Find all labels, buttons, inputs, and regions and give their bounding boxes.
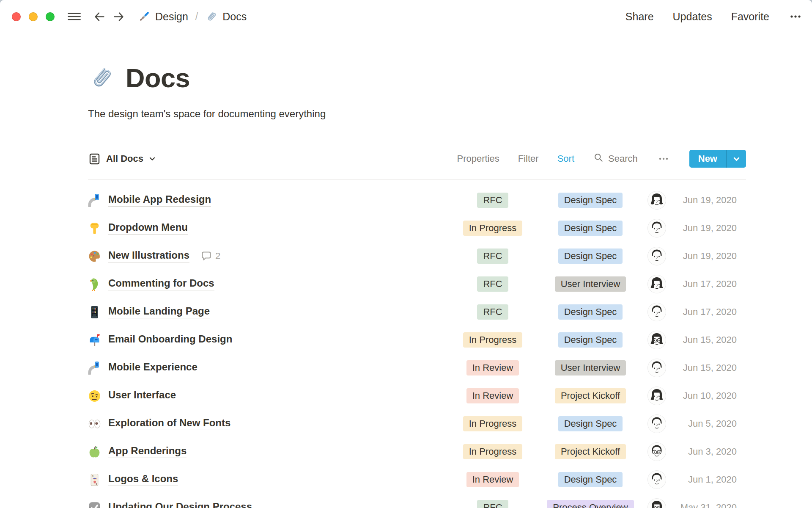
category-badge[interactable]: Design Spec xyxy=(558,332,623,348)
category-badge[interactable]: Design Spec xyxy=(558,248,623,264)
new-dropdown-button[interactable] xyxy=(726,150,746,168)
doc-title-link[interactable]: Updating Our Design Process xyxy=(108,501,252,508)
status-badge[interactable]: RFC xyxy=(477,500,508,508)
comment-count[interactable]: 2 xyxy=(201,251,220,262)
table-row: Commenting for DocsRFCUser InterviewJun … xyxy=(88,270,746,298)
hamburger-icon[interactable] xyxy=(67,10,81,23)
edited-date: Jun 19, 2020 xyxy=(666,223,746,234)
window-controls xyxy=(12,12,55,21)
new-button[interactable]: New xyxy=(689,150,726,168)
edited-date: Jun 19, 2020 xyxy=(666,195,746,206)
page-title: Docs xyxy=(126,63,190,93)
category-badge[interactable]: Process Overview xyxy=(547,500,634,508)
table-row: Email Onboarding DesignIn ProgressDesign… xyxy=(88,326,746,354)
doc-title-link[interactable]: New Illustrations xyxy=(108,250,189,263)
status-badge[interactable]: In Progress xyxy=(463,221,523,236)
doc-title-link[interactable]: Logos & Icons xyxy=(108,473,178,486)
share-button[interactable]: Share xyxy=(625,11,654,23)
category-badge[interactable]: Design Spec xyxy=(558,304,623,320)
edited-date: Jun 5, 2020 xyxy=(666,418,746,429)
edited-date: Jun 15, 2020 xyxy=(666,334,746,345)
page-paperclip-icon[interactable] xyxy=(88,64,115,91)
forward-arrow-icon[interactable] xyxy=(112,10,125,23)
avatar xyxy=(648,471,666,489)
category-badge[interactable]: Project Kickoff xyxy=(555,388,626,403)
search-button[interactable]: Search xyxy=(593,152,638,166)
raised-eyebrow-face-icon xyxy=(88,389,101,403)
search-icon xyxy=(593,152,604,166)
updates-button[interactable]: Updates xyxy=(673,11,712,23)
doc-title-link[interactable]: User Interface xyxy=(108,389,176,403)
status-badge[interactable]: In Progress xyxy=(463,332,523,348)
doc-title-link[interactable]: Commenting for Docs xyxy=(108,278,214,291)
green-apple-icon xyxy=(88,445,101,458)
page-subtitle: The design team's space for documenting … xyxy=(88,108,746,120)
doc-title-link[interactable]: App Renderings xyxy=(108,445,187,458)
status-badge[interactable]: In Review xyxy=(466,388,519,403)
table-row: Dropdown MenuIn ProgressDesign SpecJun 1… xyxy=(88,214,746,242)
category-badge[interactable]: Project Kickoff xyxy=(555,444,626,459)
avatar xyxy=(648,191,666,209)
status-badge[interactable]: RFC xyxy=(477,304,508,320)
status-badge[interactable]: RFC xyxy=(477,276,508,292)
table-row: Updating Our Design ProcessRFCProcess Ov… xyxy=(88,494,746,508)
favorite-button[interactable]: Favorite xyxy=(731,11,769,23)
selfie-icon xyxy=(88,362,101,375)
back-arrow-icon[interactable] xyxy=(93,10,106,23)
window-titlebar: Design / Docs Share Updates Favorite xyxy=(0,0,812,33)
status-badge[interactable]: In Review xyxy=(466,472,519,487)
table-row: Mobile Landing PageRFCDesign SpecJun 17,… xyxy=(88,298,746,326)
minimize-button[interactable] xyxy=(29,12,38,21)
sort-button[interactable]: Sort xyxy=(557,153,574,164)
table-row: JJLogos & IconsIn ReviewDesign SpecJun 1… xyxy=(88,466,746,494)
doc-table: Mobile App RedesignRFCDesign SpecJun 19,… xyxy=(88,179,746,508)
category-badge[interactable]: Design Spec xyxy=(558,221,623,236)
breadcrumb-label: Design xyxy=(155,11,188,23)
selfie-icon xyxy=(88,194,101,207)
palette-icon xyxy=(88,250,101,263)
doc-title-link[interactable]: Dropdown Menu xyxy=(108,222,188,235)
doc-title-link[interactable]: Exploration of New Fonts xyxy=(108,417,230,431)
edited-date: Jun 17, 2020 xyxy=(666,306,746,318)
close-button[interactable] xyxy=(12,12,21,21)
status-badge[interactable]: In Progress xyxy=(463,444,523,459)
status-badge[interactable]: RFC xyxy=(477,193,508,208)
topbar-actions: Share Updates Favorite xyxy=(625,9,803,24)
status-badge[interactable]: In Review xyxy=(466,360,519,375)
category-badge[interactable]: Design Spec xyxy=(558,472,623,487)
view-selector[interactable]: All Docs xyxy=(88,152,156,166)
parrot-icon xyxy=(88,278,101,291)
svg-text:J: J xyxy=(92,474,93,477)
doc-title-link[interactable]: Mobile App Redesign xyxy=(108,194,211,207)
table-row: Exploration of New FontsIn ProgressDesig… xyxy=(88,410,746,438)
filter-button[interactable]: Filter xyxy=(518,153,539,164)
doc-title-link[interactable]: Mobile Experience xyxy=(108,362,198,375)
avatar xyxy=(648,499,666,508)
avatar xyxy=(648,303,666,321)
paperclip-icon xyxy=(205,10,218,23)
status-badge[interactable]: In Progress xyxy=(463,416,523,431)
edited-date: Jun 19, 2020 xyxy=(666,251,746,262)
breadcrumb-separator: / xyxy=(195,11,198,22)
joker-card-icon: JJ xyxy=(88,473,101,486)
zoom-button[interactable] xyxy=(46,12,55,21)
mobile-phone-icon xyxy=(88,306,101,319)
doc-title-link[interactable]: Mobile Landing Page xyxy=(108,306,210,319)
edited-date: May 31, 2020 xyxy=(666,502,746,508)
status-badge[interactable]: RFC xyxy=(477,248,508,264)
category-badge[interactable]: User Interview xyxy=(555,360,626,375)
more-options-icon[interactable] xyxy=(656,152,671,166)
breadcrumb-item-design[interactable]: Design xyxy=(138,10,188,23)
avatar xyxy=(648,331,666,349)
edited-date: Jun 1, 2020 xyxy=(666,474,746,485)
ellipsis-icon[interactable] xyxy=(788,9,803,24)
page-header: Docs The design team's space for documen… xyxy=(88,63,746,120)
properties-button[interactable]: Properties xyxy=(457,153,499,164)
breadcrumb-item-docs[interactable]: Docs xyxy=(205,10,247,23)
avatar xyxy=(648,247,666,265)
category-badge[interactable]: User Interview xyxy=(555,276,626,292)
category-badge[interactable]: Design Spec xyxy=(558,416,623,431)
edited-date: Jun 15, 2020 xyxy=(666,362,746,373)
category-badge[interactable]: Design Spec xyxy=(558,193,623,208)
doc-title-link[interactable]: Email Onboarding Design xyxy=(108,334,232,347)
